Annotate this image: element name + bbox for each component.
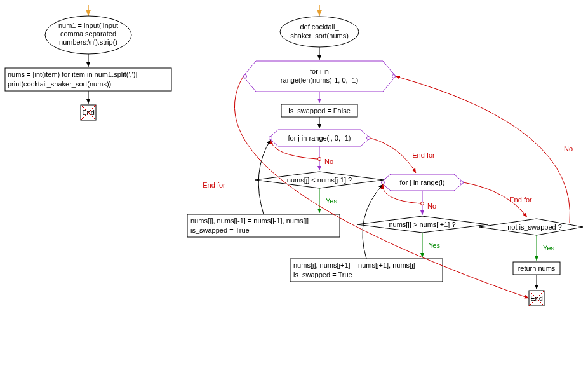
- arrow-notswapped-no: [396, 76, 570, 223]
- svg-point-4: [244, 75, 247, 78]
- end-node-left: End: [81, 105, 96, 120]
- svg-point-5: [392, 75, 396, 78]
- process-text2: print(cocktail_shaker_sort(nums)): [8, 80, 111, 88]
- swap1-text2: is_swapped = True: [190, 226, 250, 234]
- arrow-swap1-back: [258, 140, 271, 214]
- endfor-label-3: End for: [203, 181, 225, 189]
- endfor-label-1: End for: [412, 151, 435, 159]
- funcdef-text2: shaker_sort(nums): [290, 32, 349, 39]
- svg-point-10: [460, 181, 464, 184]
- svg-point-6: [269, 137, 272, 140]
- swap1-text1: nums[j], nums[j-1] = nums[j-1], nums[j]: [190, 217, 309, 224]
- cond2-text: nums[j] > nums[j+1] ?: [389, 221, 455, 228]
- arrow-forj1-endfor: [370, 138, 416, 173]
- swap2-text2: is_swapped = True: [293, 271, 352, 278]
- yes-label-3: Yes: [543, 244, 554, 252]
- for-i-text1: for i in: [310, 67, 329, 75]
- svg-text:End: End: [82, 109, 95, 116]
- svg-point-8: [318, 158, 321, 161]
- flowchart-diagram: num1 = input('Input comma separated numb…: [0, 0, 588, 377]
- for-i-text2: range(len(nums)-1, 0, -1): [281, 76, 358, 84]
- input-node-text2: comma separated: [60, 30, 116, 38]
- for-j1-text: for j in range(i, 0, -1): [288, 134, 351, 142]
- endfor-label-2: End for: [509, 196, 532, 203]
- no-label-2: No: [427, 202, 436, 210]
- svg-text:End: End: [530, 294, 543, 302]
- svg-point-9: [382, 181, 385, 184]
- input-node-text3: numbers:\n').strip(): [59, 38, 117, 46]
- end-node-right: End: [529, 291, 544, 306]
- is-swapped-false-text: is_swapped = False: [288, 107, 351, 114]
- cond1-text: nums[j] < nums[j-1] ?: [287, 176, 352, 184]
- no-label-1: No: [324, 158, 333, 165]
- for-j2-text: for j in range(i): [400, 179, 445, 186]
- svg-point-11: [421, 202, 424, 205]
- svg-point-7: [367, 137, 370, 140]
- yes-label-2: Yes: [429, 242, 440, 249]
- no-label-3: No: [564, 145, 573, 153]
- input-node-text1: num1 = input('Input: [58, 22, 118, 29]
- process-text1: nums = [int(item) for item in num1.split…: [8, 71, 137, 78]
- return-text: return nums: [518, 264, 556, 272]
- not-swapped-text: not is_swapped ?: [507, 223, 562, 231]
- yes-label-1: Yes: [326, 197, 337, 205]
- swap2-text1: nums[j], nums[j+1] = nums[j+1], nums[j]: [293, 261, 415, 269]
- funcdef-text1: def cocktail_: [300, 23, 339, 31]
